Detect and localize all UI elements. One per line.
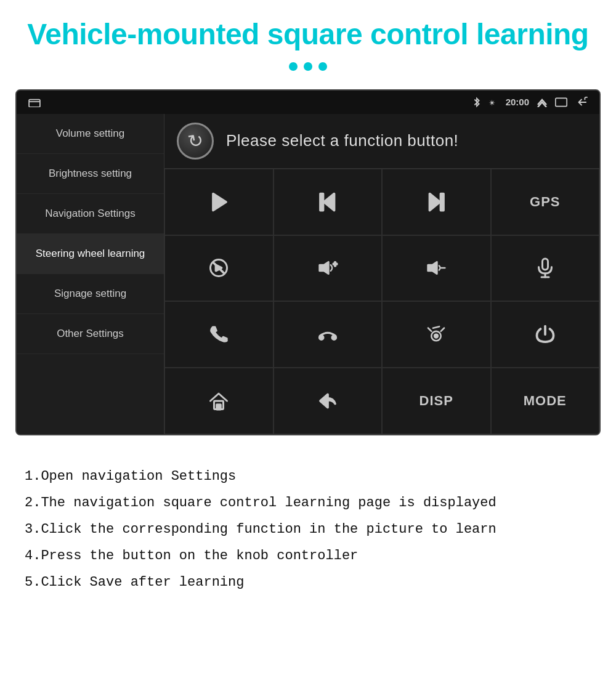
svg-point-19: [319, 336, 323, 339]
sidebar-item-navigation[interactable]: Navigation Settings: [17, 194, 164, 234]
back-func-icon: [317, 390, 339, 412]
page-title: Vehicle-mounted square control learning: [25, 18, 591, 51]
page-header: Vehicle-mounted square control learning: [0, 0, 616, 77]
sidebar-item-brightness[interactable]: Brightness setting: [17, 154, 164, 194]
func-microphone[interactable]: [491, 235, 600, 302]
svg-text:+: +: [333, 260, 337, 269]
func-volume-down[interactable]: [382, 235, 491, 302]
svg-rect-16: [542, 259, 548, 270]
main-area: Volume setting Brightness setting Naviga…: [17, 114, 599, 434]
home-status-icon: [28, 97, 41, 107]
func-home[interactable]: [164, 368, 274, 434]
status-right: ✴ 20:00: [472, 97, 588, 108]
phone-icon: [208, 323, 230, 346]
refresh-button[interactable]: ↻: [177, 123, 214, 160]
func-volume-up[interactable]: +: [274, 235, 383, 302]
func-back[interactable]: [274, 368, 383, 434]
svg-rect-6: [320, 193, 323, 210]
status-bar: ✴ 20:00: [17, 91, 599, 114]
volume-down-icon: [425, 257, 447, 279]
svg-marker-4: [213, 193, 226, 210]
device-frame: ✴ 20:00 Volume setting: [15, 89, 601, 435]
func-power[interactable]: [491, 301, 600, 368]
expand-icon: [537, 97, 548, 107]
content-panel: ↻ Please select a function button!: [164, 114, 599, 434]
sidebar-item-steering[interactable]: Steering wheel learning: [17, 234, 164, 274]
svg-text:✴: ✴: [488, 98, 496, 107]
func-disp[interactable]: DISP: [382, 368, 491, 434]
disp-label: DISP: [419, 393, 453, 409]
dots-indicator: [25, 62, 591, 71]
svg-rect-8: [441, 193, 444, 210]
bluetooth-icon: [472, 97, 481, 108]
mode-label: MODE: [524, 393, 567, 409]
mute-icon: [208, 257, 230, 279]
dot-1: [289, 62, 298, 71]
play-icon: [208, 191, 230, 213]
power-icon: [534, 323, 556, 346]
svg-marker-14: [428, 262, 437, 274]
svg-marker-12: [320, 262, 328, 274]
dot-2: [304, 62, 312, 71]
func-mute[interactable]: [164, 235, 274, 302]
skip-back-icon: [317, 191, 339, 213]
instruction-2: 2.The navigation square control learning…: [25, 493, 591, 513]
instruction-5: 5.Click Save after learning: [25, 572, 591, 592]
instruction-1: 1.Open navigation Settings: [25, 466, 591, 487]
func-hangup[interactable]: [274, 301, 383, 368]
sidebar-item-volume[interactable]: Volume setting: [17, 114, 164, 154]
svg-line-23: [433, 326, 439, 328]
home-func-icon: [208, 390, 230, 412]
signal-icon: ✴: [488, 97, 498, 107]
func-skip-back[interactable]: [274, 169, 383, 235]
status-time: 20:00: [506, 97, 529, 107]
func-phone[interactable]: [164, 301, 274, 368]
svg-rect-3: [556, 98, 567, 106]
instruction-4: 4.Press the button on the knob controlle…: [25, 546, 591, 566]
status-left: [28, 97, 41, 107]
content-title: Please select a function button!: [226, 131, 458, 150]
volume-up-icon: +: [317, 257, 339, 279]
svg-marker-7: [430, 193, 440, 210]
func-radio[interactable]: [382, 301, 491, 368]
svg-point-22: [435, 334, 438, 338]
svg-point-20: [332, 336, 336, 339]
window-icon: [555, 97, 567, 107]
skip-forward-icon: [425, 191, 447, 213]
instructions: 1.Open navigation Settings 2.The navigat…: [0, 448, 616, 611]
sidebar-item-other[interactable]: Other Settings: [17, 314, 164, 354]
func-mode[interactable]: MODE: [491, 368, 600, 434]
radio-icon: [425, 323, 447, 346]
svg-rect-0: [29, 99, 40, 107]
dot-3: [318, 62, 327, 71]
microphone-icon: [534, 257, 556, 279]
svg-marker-5: [324, 193, 334, 210]
sidebar: Volume setting Brightness setting Naviga…: [17, 114, 164, 434]
sidebar-item-signage[interactable]: Signage setting: [17, 274, 164, 314]
gps-label: GPS: [530, 194, 560, 210]
instruction-3: 3.Click the corresponding function in th…: [25, 519, 591, 540]
back-icon: [575, 97, 588, 108]
svg-rect-25: [217, 405, 221, 410]
func-gps[interactable]: GPS: [491, 169, 600, 235]
refresh-icon: ↻: [186, 129, 205, 153]
func-play[interactable]: [164, 169, 274, 235]
func-skip-forward[interactable]: [382, 169, 491, 235]
hangup-icon: [317, 323, 339, 346]
content-header: ↻ Please select a function button!: [164, 114, 599, 169]
function-grid: GPS +: [164, 169, 599, 434]
